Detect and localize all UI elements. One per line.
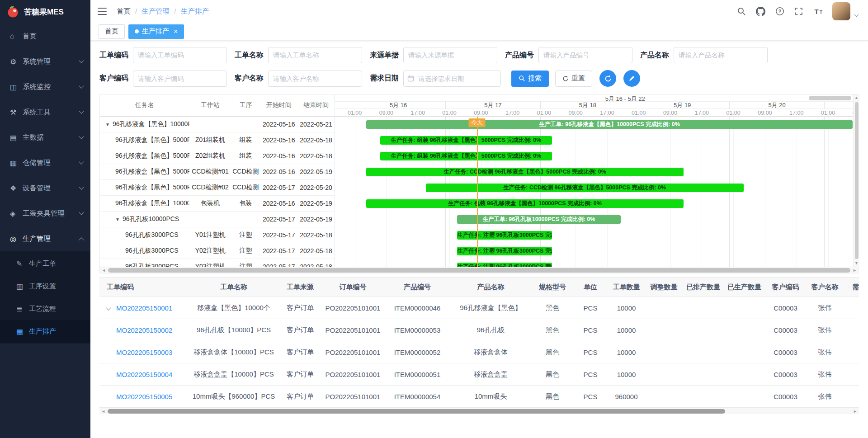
text-input-5[interactable] (133, 71, 227, 87)
table-h-scrollbar[interactable]: ◄ ► (99, 408, 859, 414)
table-row[interactable]: MO202205150004移液盒盒盖【10000】PCS客户订单PO20220… (99, 363, 859, 386)
filter-label: 来源单据 (370, 51, 399, 60)
scroll-right-icon[interactable]: ► (853, 268, 857, 273)
sidebar-subitem-2[interactable]: ≣工艺流程 (0, 297, 90, 320)
task-name: 96孔移液盒【黑色】5000PCS (115, 168, 189, 176)
text-input-0[interactable] (133, 47, 227, 63)
text-input-3[interactable] (538, 47, 632, 63)
sidebar-subitem-label: 生产排产 (29, 327, 56, 336)
sidebar-item-0[interactable]: ⌂首页 (0, 24, 90, 49)
scroll-right-icon[interactable]: ► (853, 409, 857, 414)
text-input-2[interactable] (403, 47, 497, 63)
gantt-hour-label: 09:00 (474, 110, 488, 116)
search-icon[interactable] (737, 7, 746, 16)
date-input[interactable] (403, 71, 501, 87)
github-icon[interactable] (756, 7, 765, 16)
gantt-order-bar[interactable]: 生产工单: 96孔移液盒【黑色】10000PCS 完成比例: 0% (366, 120, 853, 129)
sidebar-item-label: 设备管理 (23, 184, 51, 193)
work-order-link[interactable]: MO202205150003 (116, 349, 172, 356)
gantt-task-row[interactable]: 96孔孔板3000PCSY03注塑机注塑2022-05-172022-05-18 (100, 259, 335, 267)
gantt-task-bar[interactable]: 生产任务: 注塑 96孔孔板3000PCS 完成比例: 0% (457, 231, 552, 240)
gantt-task-row[interactable]: 96孔孔板3000PCSY02注塑机注塑2022-05-172022-05-18 (100, 243, 335, 259)
gantt-chart-area: 生产工单: 96孔移液盒【黑色】10000PCS 完成比例: 0%生产任务: 组… (335, 117, 853, 267)
tab-home[interactable]: 首页 (99, 24, 125, 39)
scroll-down-icon[interactable]: ▼ (854, 260, 859, 267)
gantt-task-row[interactable]: ▼96孔移液盒【黑色】10000PCS2022-05-162022-05-21 (100, 117, 335, 132)
gantt-task-row[interactable]: 96孔移液盒【黑色】5000PCSCCD检测#02CCD检测2022-05-17… (100, 180, 335, 196)
sidebar-subitem-3[interactable]: ▦生产排产 (0, 320, 90, 343)
close-tab-icon[interactable]: × (174, 28, 178, 35)
scroll-left-icon[interactable]: ◄ (101, 409, 105, 414)
gantt-task-row[interactable]: 96孔移液盒【黑色】5000PCSZ02组装机组装2022-05-162022-… (100, 148, 335, 164)
work-order-link[interactable]: MO202205150002 (116, 326, 172, 334)
gantt-v-scroll-thumb[interactable] (855, 102, 859, 259)
work-order-link[interactable]: MO202205150001 (116, 304, 172, 312)
text-input-6[interactable] (268, 71, 362, 87)
gantt-task-bar[interactable]: 生产任务: 包装 96孔移液盒【黑色】10000PCS 完成比例: 0% (366, 199, 684, 208)
gantt-v-scrollbar[interactable]: ▲ ▼ (853, 94, 859, 267)
refresh-button[interactable] (599, 70, 616, 87)
sidebar-item-5[interactable]: ▦仓储管理 (0, 150, 90, 175)
sidebar-subitem-0[interactable]: ✎生产工单 (0, 252, 90, 275)
table-row[interactable]: MO20220515000510mm吸头【960000】PCS客户订单PO202… (99, 386, 859, 408)
breadcrumb-production-scheduling[interactable]: 生产排产 (181, 7, 209, 16)
gantt-hour-label: 09:00 (569, 110, 583, 116)
font-size-icon[interactable]: TT (813, 7, 823, 16)
table-row[interactable]: MO202205150003移液盒盒体【10000】PCS客户订单PO20220… (99, 341, 859, 363)
gantt-range-scrollbar[interactable] (809, 96, 851, 100)
gantt-task-row[interactable]: 96孔移液盒【黑色】5000PCSCCD检测#01CCD检测2022-05-16… (100, 164, 335, 180)
sidebar-item-6[interactable]: ❖设备管理 (0, 175, 90, 201)
work-order-link[interactable]: MO202205150004 (116, 371, 172, 378)
gantt-task-bar[interactable]: 生产任务: 组装 96孔移液盒【黑色】5000PCS 完成比例: 0% (380, 136, 552, 145)
tools-icon: ⚒ (10, 108, 23, 117)
gantt-task-bar[interactable]: 生产任务: CCD检测 96孔移液盒【黑色】5000PCS 完成比例: 0% (366, 168, 684, 176)
work-order-link[interactable]: MO202205150005 (116, 393, 172, 400)
table-h-scroll-thumb[interactable] (108, 409, 725, 414)
sidebar-item-1[interactable]: ⚙系统管理 (0, 49, 90, 74)
reset-button[interactable]: 重置 (555, 71, 592, 87)
gantt-h-scrollbar[interactable]: ◄ ► (100, 267, 859, 273)
gantt-order-bar[interactable]: 生产工单: 96孔孔板10000PCS 完成比例: 0% (457, 215, 620, 224)
sidebar-item-2[interactable]: ◫系统监控 (0, 74, 90, 99)
avatar[interactable] (832, 2, 850, 20)
gantt-task-row[interactable]: 96孔移液盒【黑色】10000PCS包装机包装2022-05-162022-05… (100, 196, 335, 212)
table-row[interactable]: MO202205150001移液盒【黑色】10000个客户订单PO2022051… (99, 297, 859, 319)
content: 工单编码工单名称来源单据产品编号产品名称 客户编码客户名称需求日期 搜索 重置 (90, 41, 868, 414)
text-input-1[interactable] (268, 47, 362, 63)
scroll-left-icon[interactable]: ◄ (102, 268, 106, 273)
help-icon[interactable]: ? (775, 7, 784, 16)
gantt-task-row[interactable]: 96孔孔板3000PCSY01注塑机注塑2022-05-172022-05-18 (100, 227, 335, 243)
sidebar-subitem-1[interactable]: ▥工序设置 (0, 275, 90, 297)
avatar-dropdown-icon[interactable] (854, 12, 859, 17)
tabs-bar: 首页 生产排产 × (90, 23, 868, 41)
gantt-task-row[interactable]: 96孔移液盒【黑色】5000PCSZ01组装机组装2022-05-162022-… (100, 132, 335, 148)
scroll-up-icon[interactable]: ▲ (854, 94, 859, 101)
column-header-5: 产品名称 (450, 283, 532, 292)
text-input-4[interactable] (674, 47, 768, 63)
collapse-menu-icon[interactable] (98, 8, 107, 15)
edit-button[interactable] (623, 70, 640, 87)
tab-production-scheduling[interactable]: 生产排产 × (128, 24, 184, 39)
breadcrumb-production-management[interactable]: 生产管理 (142, 7, 170, 16)
gantt-task-row[interactable]: ▼96孔孔板10000PCS2022-05-172022-05-19 (100, 212, 335, 227)
gantt-hour-label: 01:00 (821, 110, 835, 116)
expand-row-icon[interactable] (106, 305, 111, 310)
breadcrumb-home[interactable]: 首页 (117, 7, 131, 16)
sidebar-item-8[interactable]: ◎生产管理 (0, 226, 90, 251)
gantt-hour-label: 09:00 (379, 110, 393, 116)
gantt-h-scroll-thumb[interactable] (108, 268, 850, 273)
input-wrap (403, 71, 501, 87)
sidebar-item-3[interactable]: ⚒系统工具 (0, 99, 90, 125)
gantt-task-bar[interactable]: 生产任务: CCD检测 96孔移液盒【黑色】5000PCS 完成比例: 0% (426, 184, 744, 192)
filter-item-4: 产品名称 (640, 47, 768, 63)
search-button[interactable]: 搜索 (511, 71, 549, 87)
gantt-task-bar[interactable]: 生产任务: 注塑 96孔孔板3000PCS 完成比例: 0% (457, 247, 552, 255)
sidebar-item-7[interactable]: ◈工装夹具管理 (0, 201, 90, 226)
tree-collapse-icon[interactable]: ▼ (115, 217, 120, 222)
fullscreen-icon[interactable] (794, 7, 803, 16)
gantt-task-bar[interactable]: 生产任务: 组装 96孔移液盒【黑色】5000PCS 完成比例: 0% (380, 152, 552, 160)
table-row[interactable]: MO20220515000296孔孔板【10000】PCS客户订单PO20220… (99, 319, 859, 341)
gantt-task-bar[interactable]: 生产任务: 注塑 96孔孔板3000PCS 完成比例: 0% (457, 263, 552, 267)
sidebar-item-4[interactable]: ▤主数据 (0, 125, 90, 150)
tree-collapse-icon[interactable]: ▼ (105, 122, 110, 127)
